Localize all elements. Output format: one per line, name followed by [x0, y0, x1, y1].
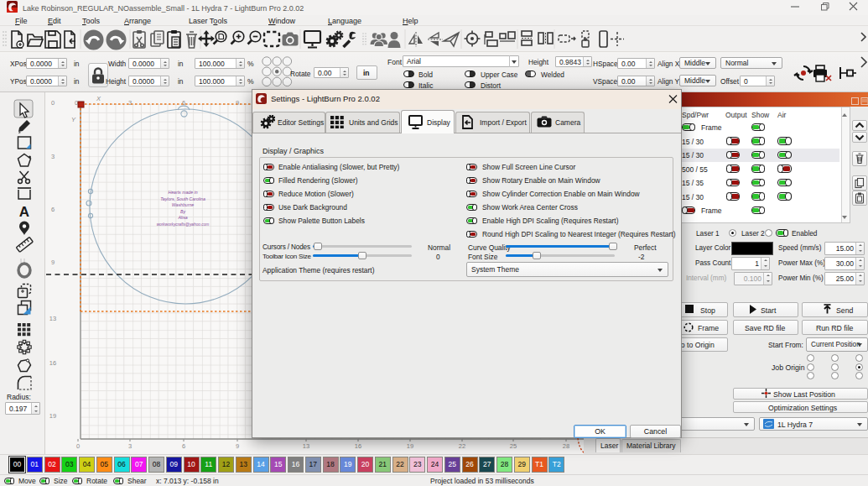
- svg-text:Hearts made in: Hearts made in: [168, 190, 197, 195]
- svg-text:Washburne: Washburne: [172, 202, 195, 207]
- svg-text:22: 22: [459, 442, 465, 450]
- svg-text:0: 0: [51, 99, 55, 107]
- svg-text:9: 9: [51, 259, 55, 266]
- svg-text:3: 3: [51, 153, 55, 160]
- svg-text:By: By: [180, 209, 185, 214]
- svg-text:Y: Y: [71, 116, 76, 123]
- svg-text:13: 13: [49, 315, 56, 322]
- svg-text:9: 9: [236, 442, 239, 450]
- svg-text:28: 28: [563, 442, 569, 450]
- svg-text:Taylors, South Carolina: Taylors, South Carolina: [160, 196, 205, 201]
- svg-text:A: A: [19, 204, 29, 220]
- svg-text:25: 25: [510, 442, 517, 450]
- svg-text:9: 9: [236, 99, 239, 107]
- svg-text:0: 0: [75, 99, 78, 107]
- svg-text:13: 13: [303, 442, 309, 450]
- svg-text:16: 16: [355, 442, 361, 450]
- svg-text:16: 16: [49, 359, 56, 367]
- svg-text:X: X: [96, 95, 101, 102]
- svg-text:3: 3: [128, 442, 132, 450]
- svg-text:19: 19: [407, 442, 413, 450]
- svg-text:workworkycrafts@yahoo.com: workworkycrafts@yahoo.com: [157, 222, 210, 227]
- svg-text:Alisa: Alisa: [177, 215, 187, 220]
- svg-text:0: 0: [76, 442, 80, 450]
- svg-text:3: 3: [128, 99, 132, 107]
- svg-text:19: 19: [49, 412, 56, 420]
- svg-text:6: 6: [51, 206, 55, 213]
- svg-text:6: 6: [182, 442, 185, 450]
